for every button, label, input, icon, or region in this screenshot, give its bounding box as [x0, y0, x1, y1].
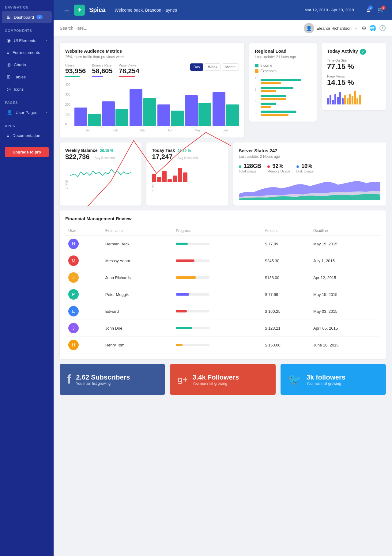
- sidebar-item-dashboard[interactable]: ⊞ Dashboard 2: [2, 11, 52, 23]
- row-avatar: P: [68, 289, 79, 300]
- tab-month[interactable]: Month: [222, 63, 239, 71]
- progress-bg: [176, 259, 209, 262]
- apps-section-label: Apps: [0, 119, 54, 130]
- charts-icon: ◎: [7, 62, 11, 67]
- cart-button[interactable]: 🛒 1: [376, 5, 386, 15]
- main-content: ☰ ✦ Spica Welcome back, Brandon Haynes M…: [54, 0, 392, 556]
- ui-elements-icon: ◉: [7, 38, 11, 43]
- cell-deadline: May 15, 2015: [310, 236, 380, 252]
- hbar-income-2: [261, 87, 293, 89]
- task-value-row: 17,247 Avg Sessions: [152, 153, 223, 161]
- metrics-row: Users 93,956 Bounce Rate 58,605 Page Vie…: [65, 63, 139, 77]
- sidebar-item-user-pages[interactable]: 👤 User Pages ›: [2, 107, 52, 118]
- row-avatar: E: [68, 306, 79, 316]
- hamburger-icon[interactable]: ☰: [64, 6, 70, 14]
- sidebar-item-documentation[interactable]: ≡ Documentation: [2, 130, 52, 141]
- sidebar-item-tables[interactable]: ⊞ Tables: [2, 71, 52, 83]
- hbar-income-4: [261, 103, 276, 105]
- bar-group-jan: [74, 108, 101, 126]
- mini-bar: [342, 98, 344, 104]
- table-header: User First name Progress Amount Deadline: [65, 226, 380, 236]
- sidebar-item-icons[interactable]: ◎ Icons: [2, 83, 52, 95]
- notifications-button[interactable]: 🖥 2: [363, 5, 373, 15]
- table-row: H Herman Beck $ 77.99 May 15, 2015: [65, 236, 380, 252]
- today-activity-badge: 2: [360, 49, 366, 55]
- task-bar: [173, 176, 177, 182]
- user-profile-button[interactable]: 👤 Eleanor Richardson ▾: [304, 23, 357, 33]
- sidebar-item-form-elements[interactable]: ≡ Form elements: [2, 47, 52, 58]
- users-label: Users: [65, 63, 86, 67]
- col-amount: Amount: [262, 226, 310, 236]
- server-status-card: Server Status 247 Last update: 2 Hours a…: [233, 142, 386, 206]
- documentation-icon: ≡: [7, 133, 9, 138]
- hbar-row-5: [261, 111, 311, 116]
- tab-day[interactable]: Day: [190, 63, 203, 71]
- task-bar: [178, 168, 182, 182]
- cell-deadline: July 1, 2015: [310, 252, 380, 269]
- mini-bar: [327, 98, 329, 104]
- cell-progress: [173, 337, 262, 354]
- sidebar-item-ui-elements[interactable]: ◉ UI Elements ›: [2, 35, 52, 46]
- cell-avatar: J: [65, 320, 102, 337]
- task-bar: [152, 174, 156, 182]
- cell-amount: $ 77.99: [262, 236, 310, 252]
- sidebar-item-charts[interactable]: ◎ Charts: [2, 59, 52, 70]
- task-bar: [162, 171, 167, 182]
- googleplus-count: 3.4k Followers: [193, 373, 239, 381]
- sidebar-item-label: User Pages: [16, 110, 37, 115]
- col-progress: Progress: [173, 226, 262, 236]
- task-bar: [157, 177, 161, 182]
- progress-bg: [176, 344, 209, 346]
- mini-bar: [339, 92, 341, 104]
- facebook-sub: You main list growing: [76, 381, 130, 386]
- add-icon[interactable]: ⊕: [362, 25, 366, 32]
- mini-bar: [347, 98, 349, 104]
- row-avatar: J: [68, 272, 79, 283]
- mini-bar: [352, 96, 353, 104]
- search-input[interactable]: [60, 26, 298, 31]
- table-row: M Messsy Adam $245.30 July 1, 2015: [65, 252, 380, 269]
- audience-metrics-card: Website Audience Metrics 25% more traffi…: [60, 43, 244, 138]
- cell-name: John Doe: [102, 320, 173, 337]
- table-row: E Edward $ 160.25 May 03, 2015: [65, 303, 380, 320]
- cell-name: Edward: [102, 303, 173, 320]
- pageviews-value: 78,254: [119, 67, 139, 75]
- bar-mar-teal: [143, 98, 156, 126]
- today-activity-header: Today Activity 2: [327, 48, 380, 55]
- sidebar-item-label: Documentation: [13, 133, 40, 138]
- cell-progress: [173, 320, 262, 337]
- server-status-title: Server Status 247: [239, 148, 381, 153]
- progress-fill: [176, 327, 192, 329]
- time-on-site-value: 77.15 %: [327, 62, 380, 71]
- row-avatar: M: [68, 255, 79, 266]
- bar-jun-purple: [213, 92, 225, 126]
- clock-icon[interactable]: 🕐: [379, 25, 386, 32]
- bounce-value: 58,605: [92, 67, 112, 75]
- hbar-row-2: [261, 87, 311, 92]
- audience-metrics-subtitle: 25% more traffic than previous week: [65, 55, 239, 59]
- disk-dot: [296, 165, 299, 168]
- today-activity-title: Today Activity: [327, 48, 358, 54]
- bar-may-teal: [198, 103, 211, 126]
- col-user: User: [65, 226, 102, 236]
- regional-load-title: Regional Load: [255, 48, 311, 54]
- bar-apr-purple: [157, 104, 170, 126]
- bar-group-mar: [130, 89, 156, 126]
- mini-bar: [359, 95, 361, 104]
- cell-avatar: M: [65, 252, 102, 269]
- mini-bar: [344, 95, 346, 104]
- dashboard-badge: 2: [36, 15, 43, 19]
- financial-table-section: Financial Management Review User First n…: [60, 210, 386, 359]
- server-area-chart: [239, 176, 381, 200]
- cell-amount: $ 160.25: [262, 303, 310, 320]
- tab-week[interactable]: Week: [205, 63, 221, 71]
- progress-fill: [176, 293, 189, 296]
- chart-bars-area: [74, 83, 239, 126]
- hbar-row-1: [261, 79, 311, 84]
- upgrade-button[interactable]: Upgrade to pro: [5, 147, 49, 157]
- pageviews-bar: [119, 76, 135, 77]
- chevron-down-icon: ▾: [355, 27, 357, 30]
- today-task-title: Today Task: [152, 148, 175, 153]
- regional-load-card: Regional Load Last update: 2 Hours ago I…: [249, 43, 317, 122]
- globe-icon[interactable]: 🌐: [369, 25, 376, 32]
